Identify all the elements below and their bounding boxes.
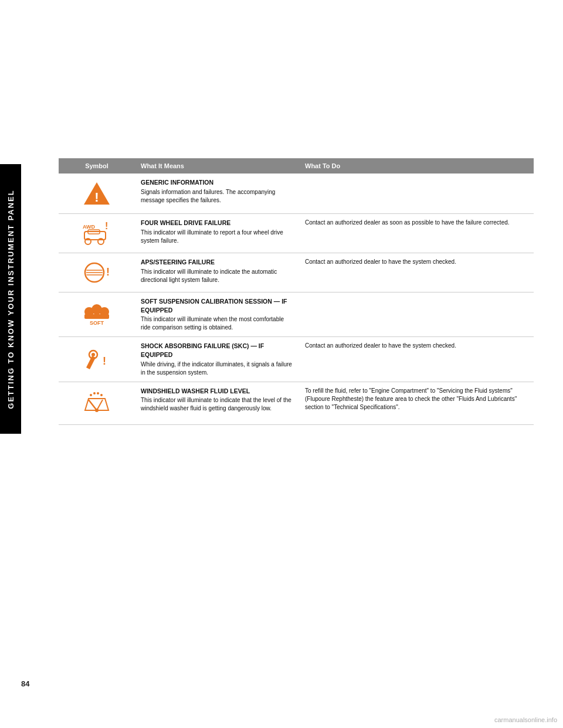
description-cell-generic: GENERIC INFORMATION Signals information … xyxy=(135,174,299,214)
row-action-shock: Contact an authorized dealer to have the… xyxy=(305,342,456,349)
row-desc-soft: This indicator will illuminate when the … xyxy=(141,316,284,331)
symbol-cell-shock: ! xyxy=(59,337,135,382)
action-cell-generic xyxy=(299,174,534,214)
row-desc-aps: This indicator will illuminate to indica… xyxy=(141,268,277,283)
aps-svg: ! xyxy=(80,260,113,285)
soft-icon: SOFT xyxy=(65,300,129,329)
row-title-shock: SHOCK ABSORBING FAILURE (SKC) — IF EQUIP… xyxy=(141,342,293,359)
svg-line-24 xyxy=(97,400,103,410)
table-row: AWD ! FOUR WHEEL DRIVE FAILURE Thi xyxy=(59,214,534,253)
shock-icon: ! xyxy=(65,345,129,374)
main-table-container: Symbol What It Means What To Do ! GENER xyxy=(59,158,534,523)
svg-point-26 xyxy=(93,392,96,394)
table-row: ! APS/STEERING FAILURE This indicator wi… xyxy=(59,253,534,292)
description-cell-shock: SHOCK ABSORBING FAILURE (SKC) — IF EQUIP… xyxy=(135,337,299,382)
svg-point-25 xyxy=(90,394,92,396)
description-cell-aps: APS/STEERING FAILURE This indicator will… xyxy=(135,253,299,292)
sidebar-label: GETTING TO KNOW YOUR INSTRUMENT PANEL xyxy=(0,164,21,434)
awd-icon: AWD ! xyxy=(65,219,129,248)
table-row: WINDSHIELD WASHER FLUID LEVEL This indic… xyxy=(59,382,534,424)
symbol-cell-generic: ! xyxy=(59,174,135,214)
triangle-warning-svg: ! xyxy=(83,181,111,206)
row-title-aps: APS/STEERING FAILURE xyxy=(141,258,293,267)
action-cell-soft xyxy=(299,292,534,337)
row-action-aps: Contact an authorized dealer to have the… xyxy=(305,258,456,265)
svg-point-21 xyxy=(91,353,95,356)
row-action-awd: Contact an authorized dealer as soon as … xyxy=(305,219,510,226)
svg-text:!: ! xyxy=(103,355,106,367)
column-header-what-to-do: What To Do xyxy=(299,158,534,174)
symbol-cell-awd: AWD ! xyxy=(59,214,135,253)
row-title-windshield: WINDSHIELD WASHER FLUID LEVEL xyxy=(141,387,293,396)
svg-text:!: ! xyxy=(105,221,108,231)
aps-icon: ! xyxy=(65,258,129,287)
symbol-cell-soft: SOFT xyxy=(59,292,135,337)
row-desc-awd: This indicator will illuminate to report… xyxy=(141,229,283,244)
instrument-panel-table: Symbol What It Means What To Do ! GENER xyxy=(59,158,534,425)
row-title-awd: FOUR WHEEL DRIVE FAILURE xyxy=(141,219,293,227)
page-number: 84 xyxy=(21,679,29,688)
shock-svg: ! xyxy=(80,347,113,372)
svg-text:AWD: AWD xyxy=(83,224,95,230)
table-header-row: Symbol What It Means What To Do xyxy=(59,158,534,174)
column-header-symbol: Symbol xyxy=(59,158,135,174)
action-cell-shock: Contact an authorized dealer to have the… xyxy=(299,337,534,382)
windshield-icon xyxy=(65,387,129,420)
row-desc-windshield: This indicator will illuminate to indica… xyxy=(141,397,291,411)
description-cell-soft: SOFT SUSPENSION CALIBRATION SESSION — IF… xyxy=(135,292,299,337)
row-action-windshield: To refill the fluid, refer to "Engine Co… xyxy=(305,387,517,410)
row-desc-generic: Signals information and failures. The ac… xyxy=(141,189,275,203)
svg-point-28 xyxy=(100,394,103,396)
column-header-what-it-means: What It Means xyxy=(135,158,299,174)
svg-rect-18 xyxy=(84,314,109,319)
svg-line-23 xyxy=(89,400,97,410)
watermark: carmanualsonline.info xyxy=(494,716,557,723)
warning-triangle-icon: ! xyxy=(65,178,129,209)
svg-text:!: ! xyxy=(94,190,99,205)
svg-text:SOFT: SOFT xyxy=(90,320,104,326)
symbol-cell-aps: ! xyxy=(59,253,135,292)
row-title-generic: GENERIC INFORMATION xyxy=(141,178,293,187)
awd-svg: AWD ! xyxy=(80,221,114,246)
row-title-soft: SOFT SUSPENSION CALIBRATION SESSION — IF… xyxy=(141,297,293,314)
table-row: SOFT SOFT SUSPENSION CALIBRATION SESSION… xyxy=(59,292,534,337)
symbol-cell-windshield xyxy=(59,382,135,424)
action-cell-windshield: To refill the fluid, refer to "Engine Co… xyxy=(299,382,534,424)
svg-point-29 xyxy=(95,409,99,412)
row-desc-shock: While driving, if the indicator illumina… xyxy=(141,361,292,376)
svg-point-27 xyxy=(97,392,99,394)
description-cell-awd: FOUR WHEEL DRIVE FAILURE This indicator … xyxy=(135,214,299,253)
action-cell-awd: Contact an authorized dealer as soon as … xyxy=(299,214,534,253)
table-row: ! SHOCK ABSORBING FAILURE (SKC) — IF EQU… xyxy=(59,337,534,382)
svg-text:!: ! xyxy=(106,266,110,278)
soft-svg: SOFT xyxy=(82,302,111,327)
table-row: ! GENERIC INFORMATION Signals informatio… xyxy=(59,174,534,214)
windshield-svg xyxy=(80,389,113,417)
description-cell-windshield: WINDSHIELD WASHER FLUID LEVEL This indic… xyxy=(135,382,299,424)
action-cell-aps: Contact an authorized dealer to have the… xyxy=(299,253,534,292)
